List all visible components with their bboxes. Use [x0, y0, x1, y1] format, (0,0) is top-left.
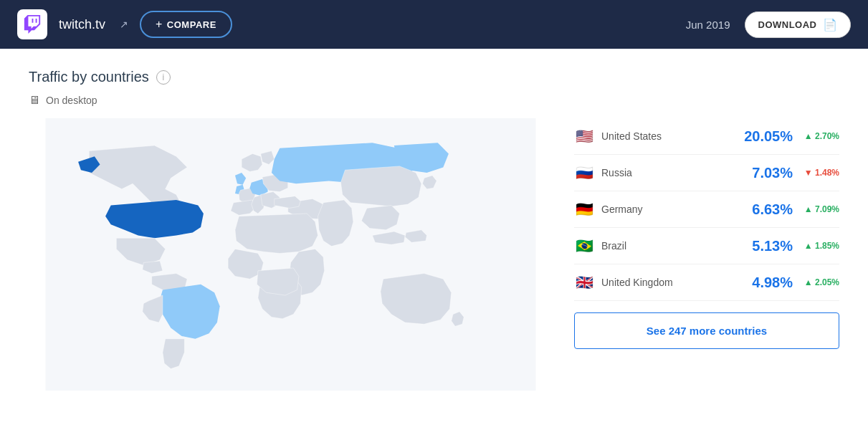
header-left: twitch.tv ↗ + COMPARE [17, 9, 232, 39]
main-content: Traffic by countries i 🖥 On desktop .lan… [0, 49, 868, 411]
content-area: .land { fill: #d8dde6; stroke: #fff; str… [29, 118, 839, 391]
pdf-icon: 📄 [823, 18, 838, 32]
country-flag-3: 🇧🇷 [574, 237, 594, 254]
twitch-logo-icon [23, 15, 42, 34]
section-title: Traffic by countries i [29, 69, 839, 85]
compare-button[interactable]: + COMPARE [140, 11, 232, 38]
header-right: Jun 2019 DOWNLOAD 📄 [686, 11, 851, 38]
country-flag-4: 🇬🇧 [574, 274, 594, 291]
country-row: 🇩🇪 Germany 6.63% ▲ 7.09% [574, 191, 839, 228]
country-pct-0: 20.05% [735, 128, 793, 145]
country-pct-4: 4.98% [735, 274, 793, 291]
country-name-1: Russia [601, 167, 728, 178]
country-name-2: Germany [601, 204, 728, 215]
see-more-button[interactable]: See 247 more countries [574, 312, 839, 349]
country-change-2: ▲ 7.09% [800, 204, 839, 214]
country-flag-0: 🇺🇸 [574, 128, 594, 145]
country-pct-3: 5.13% [735, 238, 793, 254]
country-change-1: ▼ 1.48% [800, 168, 839, 178]
desktop-label: 🖥 On desktop [29, 94, 839, 107]
world-map: .land { fill: #d8dde6; stroke: #fff; str… [29, 118, 553, 391]
site-name: twitch.tv [59, 17, 105, 32]
country-flag-2: 🇩🇪 [574, 201, 594, 218]
country-name-3: Brazil [601, 240, 728, 252]
country-change-4: ▲ 2.05% [800, 277, 839, 287]
country-row: 🇷🇺 Russia 7.03% ▼ 1.48% [574, 155, 839, 191]
country-name-0: United States [601, 130, 728, 142]
country-change-3: ▲ 1.85% [800, 241, 839, 251]
date-label: Jun 2019 [686, 19, 730, 31]
header: twitch.tv ↗ + COMPARE Jun 2019 DOWNLOAD … [0, 0, 868, 49]
country-flag-1: 🇷🇺 [574, 164, 594, 181]
country-list: 🇺🇸 United States 20.05% ▲ 2.70% 🇷🇺 Russi… [574, 118, 839, 349]
map-svg: .land { fill: #d8dde6; stroke: #fff; str… [29, 118, 553, 391]
logo-box [17, 9, 47, 39]
country-change-0: ▲ 2.70% [800, 131, 839, 141]
plus-icon: + [156, 18, 163, 31]
country-row: 🇬🇧 United Kingdom 4.98% ▲ 2.05% [574, 264, 839, 301]
country-pct-2: 6.63% [735, 201, 793, 218]
download-button[interactable]: DOWNLOAD 📄 [745, 11, 852, 38]
country-row: 🇺🇸 United States 20.05% ▲ 2.70% [574, 118, 839, 155]
monitor-icon: 🖥 [29, 94, 40, 107]
country-row: 🇧🇷 Brazil 5.13% ▲ 1.85% [574, 228, 839, 264]
country-pct-1: 7.03% [735, 165, 793, 181]
info-icon[interactable]: i [156, 70, 171, 85]
external-link-icon[interactable]: ↗ [120, 19, 128, 30]
country-name-4: United Kingdom [601, 277, 728, 288]
